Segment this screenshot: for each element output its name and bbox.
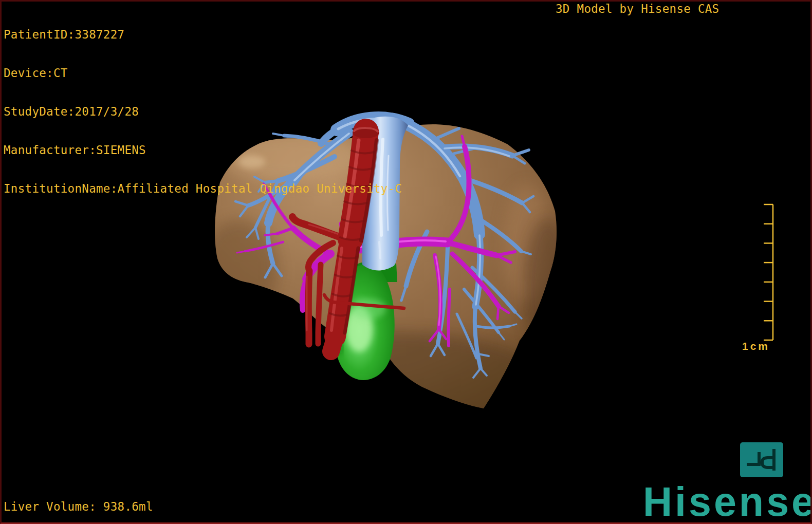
orientation-widget[interactable] [740, 442, 783, 477]
orientation-letters-icon [740, 442, 783, 477]
study-date-line: StudyDate:2017/3/28 [4, 105, 402, 118]
patient-info-block: PatientID:3387227 Device:CT StudyDate:20… [4, 3, 402, 221]
application-window: PatientID:3387227 Device:CT StudyDate:20… [0, 0, 812, 524]
model-credit: 3D Model by Hisense CAS [556, 3, 719, 15]
device-line: Device:CT [4, 67, 402, 80]
liver-volume-readout: Liver Volume: 938.6ml [4, 500, 153, 513]
manufacturer-line: Manufacturer:SIEMENS [4, 144, 402, 157]
institution-line: InstitutionName:Affiliated Hospital Qing… [4, 182, 402, 195]
patient-id-line: PatientID:3387227 [4, 28, 402, 41]
hisense-logo: Hisense [643, 481, 812, 522]
scale-bar-label: 1cm [742, 340, 770, 353]
scale-bar [761, 201, 779, 347]
